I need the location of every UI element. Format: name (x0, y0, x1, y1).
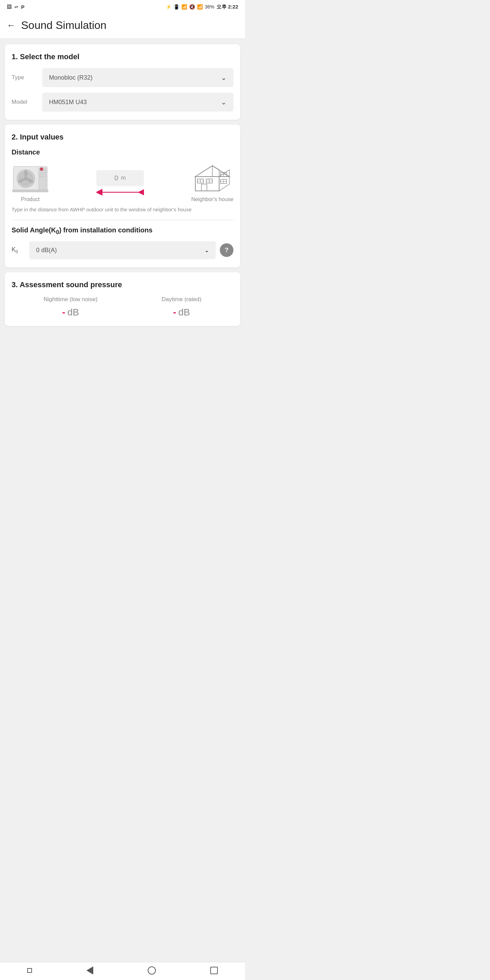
wifi-icon: 📶 (181, 4, 187, 10)
type-row: Type Monobloc (R32) ⌄ (11, 68, 234, 87)
ac-unit-illustration (11, 163, 49, 194)
distance-input[interactable]: 0 m (96, 170, 144, 186)
nighttime-dash: - (62, 307, 65, 318)
battery-text: 36% (205, 4, 215, 10)
help-button[interactable]: ? (220, 243, 234, 257)
main-content: 1. Select the model Type Monobloc (R32) … (0, 39, 245, 360)
nighttime-col: Nighttime (low noise) - dB (43, 296, 98, 318)
distance-unit: m (121, 175, 126, 181)
distance-arrow-icon (96, 189, 144, 196)
svg-point-3 (24, 177, 28, 181)
distance-middle: 0 m (49, 170, 191, 196)
distance-arrow (52, 189, 188, 196)
status-left-icons: 🖼 ⇌ P (7, 4, 24, 10)
bluetooth-icon: ⚡ (166, 4, 172, 10)
model-label: Model (11, 99, 42, 105)
nighttime-db: dB (67, 307, 79, 318)
status-right-icons: ⚡ 📳 📶 🔇 📶 36% 오후 2:22 (166, 4, 238, 10)
svg-marker-16 (212, 166, 219, 177)
nighttime-value: - dB (62, 307, 79, 318)
daytime-label: Daytime (rated) (162, 296, 202, 303)
type-value: Monobloc (R32) (49, 74, 92, 81)
k0-chevron-icon: ⌄ (205, 247, 209, 253)
assessment-grid: Nighttime (low noise) - dB Daytime (rate… (11, 296, 234, 318)
signal-icon: 📶 (197, 4, 203, 10)
k0-label: K0 (11, 246, 25, 254)
daytime-value: - dB (173, 307, 190, 318)
nighttime-label: Nighttime (low noise) (43, 296, 98, 303)
svg-point-4 (24, 170, 27, 177)
daytime-col: Daytime (rated) - dB (162, 296, 202, 318)
parking-icon: P (21, 4, 24, 10)
distance-value: 0 (115, 174, 118, 182)
model-value: HM051M U43 (49, 99, 87, 106)
section-divider (11, 220, 234, 220)
section1-title: 1. Select the model (11, 52, 234, 61)
solid-angle-row: K0 0 dB(A) ⌄ ? (11, 241, 234, 259)
type-chevron-icon: ⌄ (221, 73, 227, 82)
status-bar: 🖼 ⇌ P ⚡ 📳 📶 🔇 📶 36% 오후 2:22 (0, 0, 245, 14)
header: ← Sound Simulation (0, 14, 245, 39)
section3-card: 3. Assessment sound pressure Nighttime (… (5, 272, 240, 326)
product-label: Product (21, 196, 40, 202)
back-button[interactable]: ← (7, 20, 16, 30)
bottom-spacer (5, 331, 240, 355)
usb-icon: ⇌ (14, 4, 18, 10)
daytime-dash: - (173, 307, 176, 318)
model-row: Model HM051M U43 ⌄ (11, 92, 234, 111)
svg-rect-7 (39, 168, 46, 189)
section1-card: 1. Select the model Type Monobloc (R32) … (5, 44, 240, 120)
neighbor-house-illustration (192, 163, 233, 194)
svg-rect-32 (202, 184, 207, 191)
type-label: Type (11, 74, 42, 81)
model-chevron-icon: ⌄ (221, 98, 227, 106)
svg-rect-13 (12, 189, 48, 192)
k0-value: 0 dB(A) (36, 247, 57, 254)
section3-title: 3. Assessment sound pressure (11, 280, 234, 289)
model-dropdown[interactable]: HM051M U43 ⌄ (42, 92, 234, 111)
neighbor-house-label: Neighbor's house (191, 196, 234, 202)
svg-point-12 (40, 167, 43, 171)
section2-title: 2. Input values (11, 133, 234, 142)
neighbor-side: Neighbor's house (191, 163, 234, 202)
daytime-db: dB (178, 307, 190, 318)
vibrate-icon: 📳 (173, 4, 179, 10)
product-side: Product (11, 163, 49, 202)
type-dropdown[interactable]: Monobloc (R32) ⌄ (42, 68, 234, 87)
muted-icon: 🔇 (189, 4, 195, 10)
solid-angle-title: Solid Angle(K0) from installation condit… (11, 226, 234, 236)
image-icon: 🖼 (7, 4, 11, 10)
page-title: Sound Simulation (21, 19, 107, 32)
distance-hint: Type in the distance from AWHP outdoor u… (11, 206, 234, 214)
section2-card: 2. Input values Distance (5, 124, 240, 267)
k0-dropdown[interactable]: 0 dB(A) ⌄ (29, 241, 216, 259)
time-display: 오후 2:22 (216, 4, 238, 10)
distance-visual: Product 0 m (11, 163, 234, 202)
distance-subtitle: Distance (11, 148, 234, 156)
